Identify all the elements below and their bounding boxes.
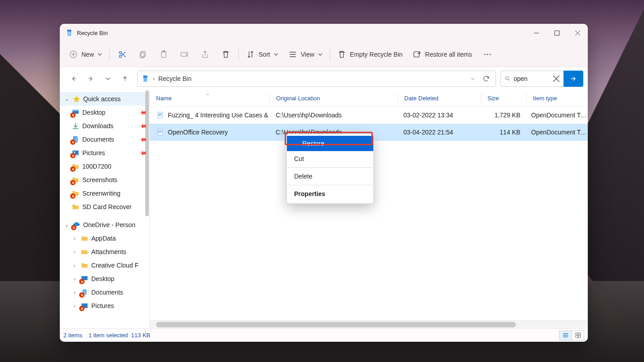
clipboard-icon [159,50,168,59]
plus-circle-icon [69,50,78,59]
file-explorer-window: Recycle Bin New Sort View [60,24,588,342]
desktop-icon [80,275,89,283]
svg-rect-24 [158,113,162,114]
refresh-button[interactable] [479,75,493,82]
details-view-button[interactable] [559,331,572,340]
sidebar-item-folder[interactable]: SD Card Recover [60,200,149,214]
column-header-item-type[interactable]: Item type [527,95,588,102]
chevron-down-icon[interactable]: ⌄ [63,222,70,228]
view-button[interactable]: View [284,46,327,63]
svg-rect-31 [575,333,577,335]
sidebar-item-desktop[interactable]: ›Desktop [60,272,149,286]
svg-point-19 [74,152,75,153]
separator [109,48,110,61]
navigation-pane[interactable]: ⌄ Quick access Desktop📌 Downloads📌 Docum… [60,90,150,328]
column-header-name[interactable]: Name⌃ [150,95,269,102]
sidebar-quick-access[interactable]: ⌄ Quick access [60,92,149,106]
sidebar-item-folder[interactable]: ›Creative Cloud F [60,259,149,272]
cut-button[interactable] [112,46,132,63]
chevron-down-icon [98,52,102,57]
column-header-original-location[interactable]: Original Location [270,95,398,102]
svg-rect-25 [158,115,162,115]
minimize-button[interactable] [526,24,546,42]
sidebar-item-documents[interactable]: ›Documents [60,286,149,299]
delete-button[interactable] [216,46,236,63]
svg-point-2 [119,55,121,57]
sidebar-item-pictures[interactable]: Pictures📌 [60,146,149,160]
copy-button[interactable] [133,46,153,63]
sidebar-item-downloads[interactable]: Downloads📌 [60,119,149,133]
chevron-right-icon[interactable]: › [72,263,78,268]
context-menu-restore[interactable]: Restore [287,136,373,151]
sidebar-item-folder[interactable]: Screenwriting [60,187,149,200]
column-header-size[interactable]: Size [481,95,526,102]
paste-button[interactable] [154,46,174,63]
chevron-right-icon[interactable]: › [72,276,78,282]
back-button[interactable] [66,71,81,86]
scissors-icon [118,50,127,59]
sidebar-item-label: AppData [91,235,116,242]
document-icon [156,111,164,119]
search-go-button[interactable] [564,71,583,87]
rename-button[interactable] [174,46,194,63]
empty-recycle-bin-button[interactable]: Empty Recycle Bin [333,46,407,63]
address-bar[interactable]: › Recycle Bin [137,71,496,87]
column-header-date-deleted[interactable]: Date Deleted [398,95,481,102]
sort-button[interactable]: Sort [242,46,283,63]
titlebar[interactable]: Recycle Bin [60,24,588,42]
file-name: OpenOffice Recovery [168,129,228,136]
sidebar-item-folder[interactable]: ›Attachments [60,245,149,259]
file-row[interactable]: Fuzzing_ 4 Interesting Use Cases & … C:\… [150,107,588,124]
more-button[interactable] [478,46,497,63]
file-date: 03-04-2022 21:54 [397,129,480,136]
sidebar-item-folder[interactable]: 100D7200 [60,160,149,173]
recent-locations-button[interactable] [100,71,116,86]
file-size: 114 KB [480,129,525,136]
file-type: OpenDocument Te… [525,129,588,136]
svg-point-13 [505,76,509,80]
forward-button[interactable] [83,71,98,86]
search-input[interactable] [514,75,550,82]
svg-rect-4 [141,51,145,57]
chevron-right-icon[interactable]: › [72,236,78,241]
chevron-right-icon[interactable]: › [72,290,78,295]
sidebar-item-label: Pictures [91,302,114,309]
svg-rect-5 [140,52,144,58]
breadcrumb[interactable]: Recycle Bin [158,75,192,82]
star-icon [72,95,80,103]
sidebar-item-folder[interactable]: Screenshots [60,173,149,187]
sidebar-item-pictures[interactable]: ›Pictures [60,299,149,313]
copy-icon [139,50,148,59]
chevron-right-icon[interactable]: › [72,249,78,255]
arrow-right-icon [570,75,577,82]
search-box[interactable] [501,71,564,87]
address-dropdown[interactable] [469,76,477,82]
horizontal-scrollbar[interactable] [150,320,588,328]
clear-search-button[interactable] [553,75,560,82]
scrollbar-thumb[interactable] [156,322,516,327]
grid-icon [575,332,581,338]
maximize-button[interactable] [546,24,567,42]
thumbnails-view-button[interactable] [572,331,584,340]
separator [287,167,373,168]
svg-rect-23 [158,112,163,118]
more-icon [483,50,492,59]
restore-all-button[interactable]: Restore all items [408,46,476,63]
context-menu-delete[interactable]: Delete [287,169,373,184]
chevron-right-icon[interactable]: › [72,303,78,308]
sidebar-item-documents[interactable]: Documents📌 [60,133,149,146]
column-label: Item type [533,95,557,102]
close-button[interactable] [567,24,588,42]
svg-rect-26 [158,116,161,116]
sidebar-onedrive[interactable]: ⌄ OneDrive - Person [60,218,149,232]
empty-recycle-bin-label: Empty Recycle Bin [350,51,402,58]
context-menu-properties[interactable]: Properties [287,186,373,201]
view-toggle [559,331,584,340]
chevron-down-icon[interactable]: ⌄ [63,96,70,102]
sidebar-item-desktop[interactable]: Desktop📌 [60,106,149,119]
up-button[interactable] [117,71,133,86]
sidebar-item-folder[interactable]: ›AppData [60,232,149,245]
share-button[interactable] [195,46,215,63]
new-button[interactable]: New [64,46,107,63]
context-menu-cut[interactable]: Cut [287,151,373,166]
